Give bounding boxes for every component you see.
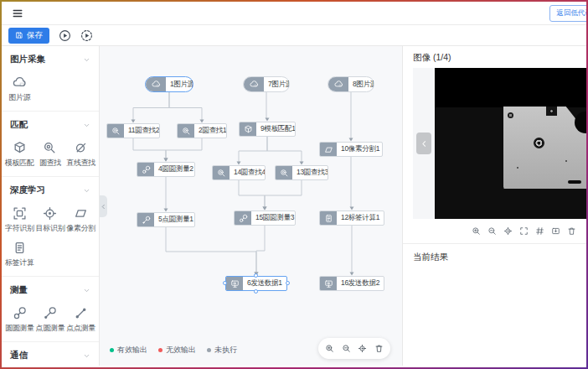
inspection-image[interactable]	[435, 68, 586, 219]
grid-icon[interactable]	[535, 226, 544, 236]
connection-handle[interactable]	[254, 273, 258, 278]
node-label: 2圆查找1	[194, 126, 226, 136]
sidebar-collapse-handle[interactable]	[100, 195, 107, 217]
connection-handle[interactable]	[254, 289, 258, 294]
zoom-out-icon[interactable]	[342, 344, 351, 353]
sidebar-group-title: 深度学习	[10, 184, 45, 196]
flow-node-12标签计算1[interactable]: 12标签计算1	[319, 210, 384, 226]
measure-circle-circle-icon	[235, 211, 251, 225]
sidebar-item-直线查找[interactable]: 直线查找	[65, 141, 96, 169]
node-label: 12标签计算1	[337, 213, 384, 223]
flow-node-7图片源2[interactable]: 7图片源2	[243, 76, 290, 92]
sidebar-item-label: 点圆测量	[36, 323, 65, 334]
target-recognition-icon	[43, 206, 57, 221]
sidebar-group-header[interactable]: 通信	[2, 347, 99, 364]
chevron-down-icon	[83, 187, 90, 195]
sidebar-item-label: 标签计算	[5, 257, 34, 268]
zoom-in-icon[interactable]	[325, 344, 334, 353]
flow-node-9模板匹配1[interactable]: 9模板匹配1	[239, 122, 296, 137]
locate-icon[interactable]	[503, 226, 513, 236]
sidebar-item-label: 直线查找	[66, 158, 95, 169]
node-label: 14圆查找4	[230, 168, 265, 178]
flow-node-5点圆测量1[interactable]: 5点圆测量1	[137, 212, 195, 227]
measure-point-circle-icon	[43, 306, 57, 320]
metal-plate	[503, 107, 586, 189]
back-to-lowcode-button[interactable]: 返回低代码	[549, 5, 587, 22]
pixel-segment-icon	[74, 206, 88, 221]
run-continuous-icon[interactable]	[80, 29, 93, 42]
trash-icon[interactable]	[374, 344, 384, 353]
legend-label: 未执行	[214, 345, 237, 356]
fiducial-marker	[546, 107, 557, 116]
sidebar-group-header[interactable]: 匹配	[2, 117, 99, 133]
sidebar-groups: 图片采集图片源匹配模板匹配圆查找直线查找深度学习字符识别目标识别像素分割标签计算…	[2, 46, 99, 366]
template-match-icon	[240, 122, 256, 136]
plate-slot	[568, 180, 581, 184]
sidebar-item-label: 字符识别	[5, 223, 34, 234]
save-icon	[15, 31, 23, 39]
sidebar-group-title: 测量	[10, 284, 28, 296]
sidebar-group: 测量圆圆测量点圆测量点点测量	[2, 277, 99, 342]
flow-node-8图片源3[interactable]: 8图片源3	[328, 76, 374, 92]
sidebar-item-圆圆测量[interactable]: 圆圆测量	[4, 306, 35, 334]
sidebar-item-字符识别[interactable]: 字符识别	[4, 206, 35, 234]
chevron-down-icon	[83, 122, 90, 129]
sidebar-group-header[interactable]: 深度学习	[2, 182, 99, 199]
app-window: 返回低代码 保存 图片采集图片源匹配模板匹配圆查找直线查找深度学习字符识别目标识…	[2, 2, 586, 367]
sidebar-group-items: 字符识别目标识别像素分割标签计算	[2, 199, 99, 268]
flow-node-14圆查找4[interactable]: 14圆查找4	[212, 165, 266, 180]
flow-node-4圆圆测量2[interactable]: 4圆圆测量2	[137, 162, 195, 177]
legend-dot	[158, 348, 162, 352]
prev-image-button[interactable]	[416, 133, 431, 154]
flow-node-11圆查找2[interactable]: 11圆查找2	[106, 123, 160, 138]
sidebar-item-标签计算[interactable]: 标签计算	[4, 241, 35, 268]
image-nav-strip	[413, 68, 435, 219]
node-label: 8图片源3	[348, 80, 374, 90]
sidebar-item-label: 点点测量	[66, 323, 95, 334]
sidebar-item-像素分割[interactable]: 像素分割	[65, 206, 96, 234]
sidebar-item-label: 模板匹配	[5, 158, 34, 169]
trash-icon[interactable]	[567, 226, 576, 236]
plate-dot	[565, 160, 567, 162]
plate-hole	[508, 112, 513, 118]
flow-node-10像素分割1[interactable]: 10像素分割1	[319, 142, 383, 157]
flow-node-6发送数据1[interactable]: 6发送数据1	[225, 276, 287, 291]
sidebar-group-header[interactable]: 图片采集	[2, 51, 99, 68]
chevron-down-icon	[83, 56, 90, 64]
result-panel-title: 当前结果	[403, 244, 586, 267]
fullscreen-icon[interactable]	[519, 226, 529, 236]
node-label: 10像素分割1	[337, 144, 382, 154]
flow-node-15圆圆测量3[interactable]: 15圆圆测量3	[234, 210, 296, 226]
flow-node-2圆查找1[interactable]: 2圆查找1	[177, 123, 227, 138]
sidebar-item-label: 目标识别	[36, 223, 65, 234]
sidebar-item-点圆测量[interactable]: 点圆测量	[35, 306, 66, 334]
flow-canvas[interactable]: 1图片源17图片源28图片源311圆查找22圆查找19模板匹配110像素分割14…	[100, 46, 402, 366]
sidebar-item-点点测量[interactable]: 点点测量	[65, 306, 96, 334]
sidebar-item-图片源[interactable]: 图片源	[4, 75, 35, 103]
sidebar-item-目标识别[interactable]: 目标识别	[35, 206, 66, 234]
sidebar-item-圆查找[interactable]: 圆查找	[35, 141, 66, 169]
zoom-in-icon[interactable]	[472, 226, 481, 236]
node-label: 13圆查找3	[292, 168, 328, 178]
sidebar-group-title: 通信	[10, 350, 28, 361]
node-label: 4圆圆测量2	[154, 164, 194, 174]
save-label: 保存	[27, 30, 43, 41]
flow-node-1图片源1[interactable]: 1图片源1	[145, 76, 193, 92]
hamburger-menu-icon[interactable]	[12, 8, 23, 19]
sidebar-item-label: 图片源	[8, 92, 30, 103]
sidebar-item-模板匹配[interactable]: 模板匹配	[4, 141, 35, 169]
sidebar-group-title: 图片采集	[10, 54, 45, 65]
edge-mark	[499, 186, 504, 191]
flow-node-16发送数据2[interactable]: 16发送数据2	[319, 276, 384, 291]
sidebar-group-header[interactable]: 测量	[2, 282, 99, 299]
connection-handle[interactable]	[286, 281, 290, 285]
zoom-out-icon[interactable]	[487, 226, 497, 236]
run-icon[interactable]	[59, 29, 71, 42]
measure-circle-circle-icon	[137, 163, 154, 176]
flow-node-13圆查找3[interactable]: 13圆查找3	[275, 165, 328, 180]
connection-handle[interactable]	[223, 281, 227, 285]
locate-icon[interactable]	[358, 344, 367, 353]
save-image-icon[interactable]	[551, 226, 560, 236]
save-button[interactable]: 保存	[8, 28, 49, 44]
legend-item-无效输出: 无效输出	[158, 345, 196, 356]
